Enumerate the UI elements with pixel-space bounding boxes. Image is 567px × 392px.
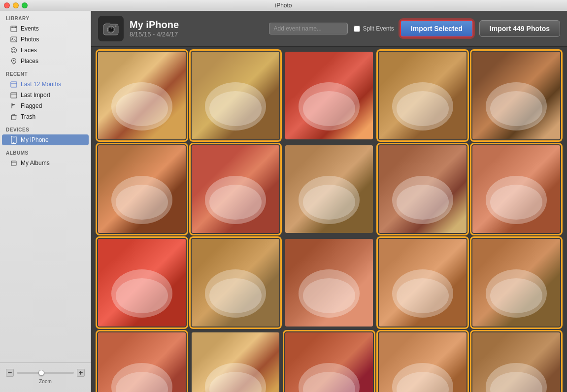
photo-cell-3[interactable] <box>285 52 373 139</box>
event-name-input[interactable] <box>269 23 348 34</box>
split-events-checkbox[interactable] <box>354 26 360 32</box>
sidebar-item-flagged[interactable]: Flagged <box>2 100 89 111</box>
topbar: My iPhone 8/15/15 - 4/24/17 Split Events… <box>91 11 567 47</box>
photos-label: Photos <box>21 36 39 43</box>
sidebar-item-myalbums[interactable]: My Albums <box>2 158 89 168</box>
photo-thumb-14 <box>379 239 467 327</box>
photo-thumb-15 <box>472 239 560 327</box>
photo-cell-17[interactable] <box>192 332 279 392</box>
photo-cell-6[interactable] <box>98 145 186 233</box>
photo-thumb-18 <box>285 332 373 392</box>
photo-thumb-13 <box>285 239 373 327</box>
sidebar-item-lastimport[interactable]: Last Import <box>2 90 89 100</box>
photo-cell-1[interactable] <box>98 52 186 139</box>
flag-icon <box>10 102 18 110</box>
places-icon <box>10 57 18 65</box>
device-name: My iPhone <box>130 19 263 31</box>
photo-cell-9[interactable] <box>379 145 467 233</box>
trash-label: Trash <box>21 113 35 120</box>
photo-cell-16[interactable] <box>98 332 186 392</box>
svg-rect-10 <box>11 82 17 87</box>
import-selected-button[interactable]: Import Selected <box>400 20 473 37</box>
photo-thumb-17 <box>192 332 279 392</box>
trash-icon <box>10 113 18 121</box>
svg-rect-12 <box>11 93 17 98</box>
sidebar-bottom: Zoom <box>0 362 91 392</box>
photo-cell-4[interactable] <box>379 52 467 139</box>
photo-cell-2[interactable] <box>192 52 279 139</box>
main-layout: LIBRARY Events Photos <box>0 11 567 392</box>
sidebar-item-last12months[interactable]: Last 12 Months <box>2 79 89 90</box>
photo-thumb-10 <box>472 145 560 233</box>
svg-rect-28 <box>105 23 110 25</box>
photo-thumb-9 <box>379 145 467 233</box>
photo-thumb-7 <box>192 145 279 233</box>
sidebar-item-photos[interactable]: Photos <box>2 34 89 45</box>
photo-cell-14[interactable] <box>379 239 467 327</box>
zoom-out-button[interactable] <box>6 369 14 377</box>
sidebar: LIBRARY Events Photos <box>0 11 91 392</box>
zoom-slider[interactable] <box>17 372 74 374</box>
flagged-label: Flagged <box>21 102 42 109</box>
photo-cell-18[interactable] <box>285 332 373 392</box>
svg-point-21 <box>13 142 14 143</box>
device-dates: 8/15/15 - 4/24/17 <box>130 31 263 38</box>
last12months-label: Last 12 Months <box>21 81 61 88</box>
photo-cell-7[interactable] <box>192 145 279 233</box>
close-button[interactable] <box>4 2 10 8</box>
svg-point-6 <box>11 48 17 53</box>
minimize-button[interactable] <box>13 2 19 8</box>
zoom-thumb <box>38 370 44 376</box>
svg-rect-2 <box>12 27 13 28</box>
svg-point-33 <box>115 26 117 27</box>
zoom-label: Zoom <box>39 379 52 384</box>
maximize-button[interactable] <box>22 2 28 8</box>
device-icon-container <box>98 16 124 41</box>
photo-thumb-8 <box>285 145 373 233</box>
photo-grid <box>91 47 567 392</box>
sidebar-item-places[interactable]: Places <box>2 56 89 66</box>
zoom-area: Zoom <box>0 367 91 388</box>
events-label: Events <box>21 25 39 32</box>
photo-thumb-4 <box>379 52 467 139</box>
photo-cell-12[interactable] <box>192 239 279 327</box>
photo-thumb-5 <box>472 52 560 139</box>
window-controls <box>4 2 28 8</box>
sidebar-item-faces[interactable]: Faces <box>2 45 89 56</box>
photo-cell-8[interactable] <box>285 145 373 233</box>
svg-point-32 <box>111 28 112 29</box>
library-header: LIBRARY <box>0 11 91 23</box>
photo-cell-11[interactable] <box>98 239 186 327</box>
photo-thumb-19 <box>379 332 467 392</box>
sidebar-item-myiphone[interactable]: My iPhone <box>2 134 89 145</box>
photo-thumb-2 <box>192 52 279 139</box>
svg-rect-22 <box>11 161 16 165</box>
app-title: iPhoto <box>275 2 292 9</box>
import-all-button[interactable]: Import 449 Photos <box>479 20 560 37</box>
photo-thumb-12 <box>192 239 279 327</box>
svg-rect-26 <box>80 371 81 375</box>
photo-cell-10[interactable] <box>472 145 560 233</box>
svg-rect-3 <box>15 27 16 28</box>
zoom-controls <box>6 369 85 377</box>
devices-header: DEVICES <box>0 122 91 134</box>
photo-cell-5[interactable] <box>472 52 560 139</box>
sidebar-item-trash[interactable]: Trash <box>2 111 89 122</box>
photo-thumb-20 <box>472 332 560 392</box>
photo-thumb-11 <box>98 239 186 327</box>
photo-cell-19[interactable] <box>379 332 467 392</box>
sidebar-item-events[interactable]: Events <box>2 23 89 34</box>
photo-cell-15[interactable] <box>472 239 560 327</box>
svg-rect-0 <box>11 26 17 32</box>
split-events-label[interactable]: Split Events <box>354 25 394 32</box>
photo-thumb-16 <box>98 332 186 392</box>
photo-thumb-1 <box>98 52 186 139</box>
iphone-icon <box>10 136 18 144</box>
photo-cell-20[interactable] <box>472 332 560 392</box>
titlebar: iPhoto <box>0 0 567 11</box>
zoom-in-button[interactable] <box>77 369 85 377</box>
photo-thumb-6 <box>98 145 186 233</box>
photo-cell-13[interactable] <box>285 239 373 327</box>
svg-point-8 <box>14 49 15 50</box>
import-icon <box>10 91 18 99</box>
